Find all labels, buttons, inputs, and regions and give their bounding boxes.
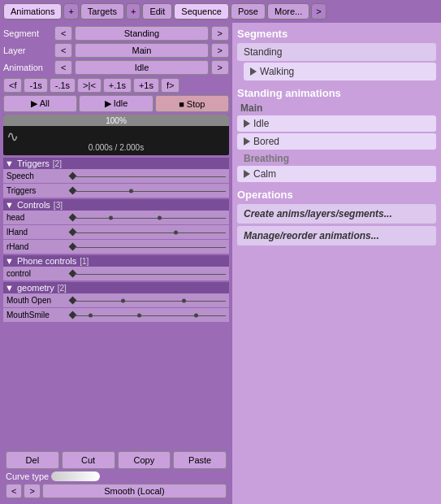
curve-next-btn[interactable]: > — [24, 484, 40, 498]
toolbar: Animations + Targets + Edit Sequence Pos… — [0, 0, 441, 23]
manage-btn-text: Manage/reorder animations... — [244, 230, 379, 241]
segments-title: Segments — [237, 28, 436, 40]
triggers-count: [2] — [53, 159, 62, 168]
track-row: Mouth Open — [3, 293, 229, 308]
frame-minus01s-btn[interactable]: -.1s — [50, 78, 76, 93]
phone-label: Phone controls — [17, 256, 76, 266]
curve-nav: < > Smooth (Local) — [6, 484, 227, 498]
track-line — [75, 301, 226, 302]
segment-value: Standing — [75, 26, 208, 41]
create-btn[interactable]: Create anims/layers/segments... — [237, 204, 436, 224]
idle-item[interactable]: Idle — [237, 115, 436, 132]
geometry-label: geometry — [17, 283, 54, 293]
geometry-arrow: ▼ — [5, 283, 14, 293]
walking-label: Walking — [260, 66, 294, 77]
play-idle-btn[interactable]: ▶ Idle — [79, 95, 153, 112]
segment-prev-btn[interactable]: < — [54, 26, 72, 41]
standing-item[interactable]: Standing — [237, 43, 436, 61]
walking-triangle-icon — [250, 67, 257, 76]
track-name-speech: Speech — [3, 172, 68, 180]
phone-controls-header[interactable]: ▼ Phone controls [1] — [3, 255, 229, 267]
copy-btn[interactable]: Copy — [118, 451, 171, 469]
play-controls: ▶ All ▶ Idle ■ Stop — [3, 95, 229, 112]
frame-plus1s-btn[interactable]: +1s — [133, 78, 159, 93]
timeline-progress-bar: 100% — [3, 115, 229, 126]
animations-tab[interactable]: Animations — [3, 3, 62, 20]
frame-end-btn[interactable]: f> — [161, 78, 179, 93]
triggers-section: ▼ Triggers [2] Speech Triggers — [3, 158, 229, 198]
controls-arrow: ▼ — [5, 200, 14, 210]
targets-plus-btn[interactable]: + — [126, 3, 141, 20]
layer-prev-btn[interactable]: < — [54, 43, 72, 58]
segment-next-btn[interactable]: > — [211, 26, 229, 41]
more-btn[interactable]: More... — [267, 3, 309, 20]
track-name-triggers: Triggers — [3, 186, 68, 195]
curve-slider[interactable] — [51, 471, 100, 481]
bored-label: Bored — [253, 136, 279, 147]
animation-value: Idle — [75, 60, 208, 75]
track-row: control — [3, 267, 229, 281]
calm-label: Calm — [253, 168, 276, 180]
track-dot — [137, 313, 141, 317]
bored-triangle-icon — [244, 137, 250, 146]
track-name-head: head — [3, 213, 68, 222]
frame-controls: <f -1s -.1s >|< +.1s +1s f> — [3, 78, 229, 93]
phone-controls-section: ▼ Phone controls [1] control — [3, 255, 229, 281]
track-dot — [121, 298, 125, 302]
segment-row: Segment < Standing > — [3, 26, 229, 41]
frame-start-btn[interactable]: <f — [3, 78, 22, 93]
cut-btn[interactable]: Cut — [62, 451, 115, 469]
layer-row: Layer < Main > — [3, 43, 229, 58]
manage-btn[interactable]: Manage/reorder animations... — [237, 226, 436, 245]
track-dot — [174, 230, 178, 234]
track-line — [75, 315, 226, 316]
track-dot — [182, 298, 186, 302]
idle-label: Idle — [253, 118, 269, 129]
action-buttons: Del Cut Copy Paste — [6, 451, 227, 469]
del-btn[interactable]: Del — [6, 451, 59, 469]
bored-item[interactable]: Bored — [237, 133, 436, 150]
curve-type-label: Curve type — [6, 471, 49, 481]
track-dot — [194, 313, 198, 317]
sequence-tab[interactable]: Sequence — [174, 3, 229, 20]
frame-minus1s-btn[interactable]: -1s — [24, 78, 47, 93]
play-all-btn[interactable]: ▶ All — [3, 95, 77, 112]
stop-btn[interactable]: ■ Stop — [155, 95, 229, 112]
animations-plus-btn[interactable]: + — [63, 3, 78, 20]
pose-tab[interactable]: Pose — [231, 3, 266, 20]
geometry-header[interactable]: ▼ geometry [2] — [3, 282, 229, 293]
arrow-btn[interactable]: > — [311, 3, 326, 20]
animation-row: Animation < Idle > — [3, 60, 229, 75]
triggers-header[interactable]: ▼ Triggers [2] — [3, 158, 229, 169]
edit-tab[interactable]: Edit — [142, 3, 172, 20]
frame-center-btn[interactable]: >|< — [77, 78, 102, 93]
frame-plus01s-btn[interactable]: +.1s — [103, 78, 132, 93]
bottom-controls: Del Cut Copy Paste Curve type < > Smooth… — [3, 449, 229, 501]
track-dot — [129, 189, 133, 193]
walking-item[interactable]: Walking — [244, 63, 436, 80]
timeline-percent: 100% — [106, 116, 127, 125]
timeline: 100% ∿ 0.000s / 2.000s — [3, 115, 229, 155]
track-line — [75, 232, 226, 233]
track-row: lHand — [3, 225, 229, 240]
layer-next-btn[interactable]: > — [211, 43, 229, 58]
geometry-count: [2] — [58, 284, 67, 293]
paste-btn[interactable]: Paste — [173, 451, 227, 469]
content-area: Segment < Standing > Layer < Main > Anim… — [0, 23, 441, 504]
targets-tab[interactable]: Targets — [80, 3, 124, 20]
track-line — [75, 274, 226, 275]
curve-prev-btn[interactable]: < — [6, 484, 22, 498]
calm-item[interactable]: Calm — [237, 166, 436, 182]
track-dot — [89, 313, 93, 317]
track-line — [75, 176, 226, 177]
track-name-control: control — [3, 269, 68, 278]
animation-prev-btn[interactable]: < — [54, 60, 72, 75]
curve-type-value: Smooth (Local) — [42, 484, 227, 498]
controls-header[interactable]: ▼ Controls [3] — [3, 199, 229, 211]
main-container: Animations + Targets + Edit Sequence Pos… — [0, 0, 441, 504]
animation-next-btn[interactable]: > — [211, 60, 229, 75]
controls-section: ▼ Controls [3] head lHand — [3, 199, 229, 254]
track-name-mouth-smile: MouthSmile — [3, 311, 68, 319]
layer-value: Main — [75, 43, 208, 58]
triggers-arrow: ▼ — [5, 159, 14, 168]
